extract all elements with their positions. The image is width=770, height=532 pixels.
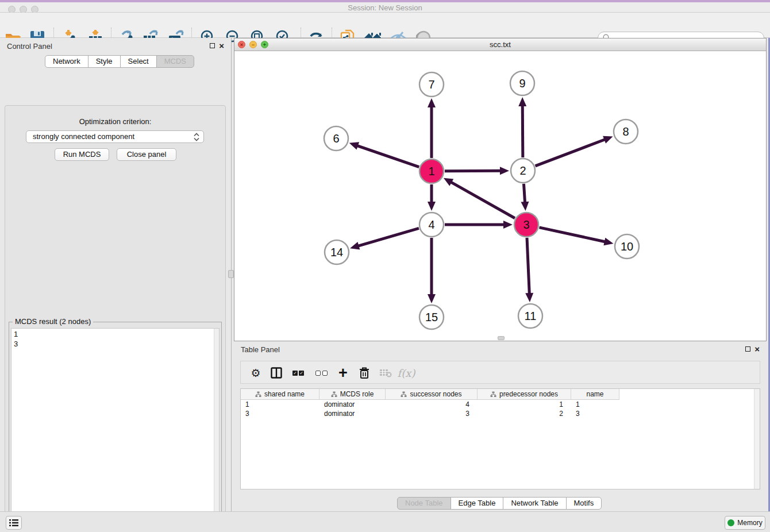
vertical-splitter-handle[interactable] — [228, 270, 234, 278]
horizontal-splitter-handle[interactable] — [498, 336, 505, 340]
arrowhead-4-3 — [503, 221, 513, 229]
cell-MCDS-role[interactable]: dominator — [319, 400, 386, 409]
optimization-label: Optimization criterion: — [5, 117, 225, 126]
add-row-icon[interactable]: + — [334, 364, 352, 382]
tab-node-table[interactable]: Node Table — [397, 497, 451, 510]
mcds-result-title: MCDS result (2 nodes) — [13, 317, 93, 326]
arrowhead-1-4 — [428, 202, 436, 211]
arrowhead-1-2 — [500, 167, 509, 175]
memory-label: Memory — [737, 519, 762, 527]
window-title: Session: New Session — [0, 3, 770, 12]
cell-predecessor-nodes[interactable]: 2 — [478, 409, 571, 418]
cell-successor-nodes[interactable]: 4 — [386, 400, 478, 409]
status-bar: Memory — [0, 511, 770, 532]
memory-button[interactable]: Memory — [725, 516, 765, 530]
arrowhead-1-6 — [349, 142, 359, 149]
graph-node-label-4: 4 — [428, 218, 434, 231]
tab-edge-table[interactable]: Edge Table — [451, 497, 504, 510]
list-icon — [9, 519, 18, 527]
graph-node-label-3: 3 — [523, 218, 529, 231]
float-panel-icon[interactable] — [210, 43, 215, 48]
network-window-title: scc.txt — [234, 40, 766, 49]
run-mcds-button[interactable]: Run MCDS — [55, 148, 109, 161]
tab-mcds[interactable]: MCDS — [156, 55, 194, 68]
network-window: × − + scc.txt 7968124314101511 — [234, 38, 767, 341]
edge-2-9[interactable] — [522, 105, 523, 157]
show-columns-icon[interactable] — [267, 364, 286, 382]
arrowhead-4-15 — [428, 294, 436, 303]
graph-node-label-6: 6 — [333, 132, 339, 145]
memory-status-icon — [727, 519, 734, 526]
cell-shared-name[interactable]: 3 — [241, 409, 319, 418]
tab-style[interactable]: Style — [88, 55, 121, 68]
edge-1-6[interactable] — [357, 145, 419, 167]
graph-node-label-15: 15 — [425, 311, 438, 323]
mcds-tab-content: Optimization criterion: strongly connect… — [5, 105, 226, 532]
tab-network-table[interactable]: Network Table — [503, 497, 566, 510]
table-settings-icon[interactable]: ⚙ — [247, 364, 265, 382]
arrowhead-3-10 — [603, 238, 613, 246]
arrowhead-1-7 — [428, 98, 436, 107]
column-header-shared-name[interactable]: shared name — [241, 389, 319, 400]
float-table-panel-icon[interactable] — [745, 346, 750, 352]
tab-motifs[interactable]: Motifs — [566, 497, 602, 510]
table-header-row: shared nameMCDS rolesuccessor nodesprede… — [241, 389, 619, 400]
arrowhead-2-9 — [518, 97, 526, 106]
edge-1-2[interactable] — [445, 171, 501, 171]
edge-3-10[interactable] — [539, 228, 605, 242]
tab-network[interactable]: Network — [45, 55, 88, 68]
column-header-MCDS-role[interactable]: MCDS role — [319, 389, 386, 400]
close-table-panel-icon[interactable]: × — [754, 346, 760, 352]
edge-4-14[interactable] — [357, 228, 418, 246]
cell-shared-name[interactable]: 1 — [241, 400, 319, 409]
edge-3-11[interactable] — [527, 238, 529, 294]
deselect-all-icon[interactable] — [312, 364, 330, 382]
table-panel: Table Panel × ⚙ ✓✓ + f(x) shared nameMCD… — [234, 342, 767, 511]
column-header-name[interactable]: name — [571, 389, 619, 400]
delete-table-icon[interactable] — [376, 364, 395, 382]
tab-select[interactable]: Select — [120, 55, 157, 68]
node-table: shared nameMCDS rolesuccessor nodesprede… — [240, 388, 760, 489]
graph-node-label-9: 9 — [519, 77, 525, 90]
delete-row-icon[interactable] — [355, 364, 374, 382]
table-panel-title: Table Panel — [241, 345, 280, 354]
edge-2-8[interactable] — [536, 139, 606, 165]
cell-name[interactable]: 3 — [571, 409, 619, 418]
cell-name[interactable]: 1 — [571, 400, 619, 409]
mcds-result-textarea[interactable]: 13 — [11, 328, 220, 532]
column-header-predecessor-nodes[interactable]: predecessor nodes — [478, 389, 571, 400]
graph-node-label-11: 11 — [525, 310, 537, 322]
control-panel-tabs: NetworkStyleSelectMCDS — [45, 55, 194, 68]
optimization-value: strongly connected component — [33, 132, 134, 141]
edge-2-3[interactable] — [523, 184, 525, 203]
graph-node-label-8: 8 — [622, 125, 629, 138]
mcds-result-group: MCDS result (2 nodes) 13 — [9, 322, 222, 532]
table-row[interactable]: 1dominator411 — [241, 400, 619, 409]
table-tabs: Node TableEdge TableNetwork TableMotifs — [397, 497, 602, 510]
table-row[interactable]: 3dominator323 — [241, 409, 619, 418]
table-scrollbar[interactable] — [754, 389, 760, 489]
show-panels-list-button[interactable] — [6, 516, 22, 530]
close-panel-button[interactable]: Close panel — [117, 148, 176, 161]
select-all-icon[interactable]: ✓✓ — [289, 364, 307, 382]
optimization-select[interactable]: strongly connected component — [26, 130, 204, 143]
control-panel: Control Panel × NetworkStyleSelectMCDS O… — [0, 38, 231, 511]
edge-3-1[interactable] — [451, 182, 515, 218]
main-titlebar: Session: New Session — [0, 2, 770, 13]
mcds-result-lines: 13 — [14, 329, 18, 349]
network-canvas[interactable]: 7968124314101511 — [234, 51, 766, 341]
cell-MCDS-role[interactable]: dominator — [319, 409, 386, 418]
cell-predecessor-nodes[interactable]: 1 — [478, 400, 571, 409]
arrowhead-2-8 — [603, 136, 613, 144]
graph-node-label-14: 14 — [330, 246, 343, 259]
graph-node-label-10: 10 — [621, 240, 633, 253]
graph-node-label-2: 2 — [519, 164, 526, 177]
network-window-titlebar: × − + scc.txt — [234, 38, 766, 51]
chevron-stepper-icon — [193, 133, 200, 145]
result-scrollbar[interactable] — [214, 329, 219, 532]
cell-successor-nodes[interactable]: 3 — [386, 409, 478, 418]
function-builder-icon[interactable]: f(x) — [397, 364, 415, 382]
table-toolbar: ⚙ ✓✓ + f(x) — [240, 361, 760, 384]
close-panel-icon[interactable]: × — [219, 43, 224, 49]
column-header-successor-nodes[interactable]: successor nodes — [386, 389, 478, 400]
